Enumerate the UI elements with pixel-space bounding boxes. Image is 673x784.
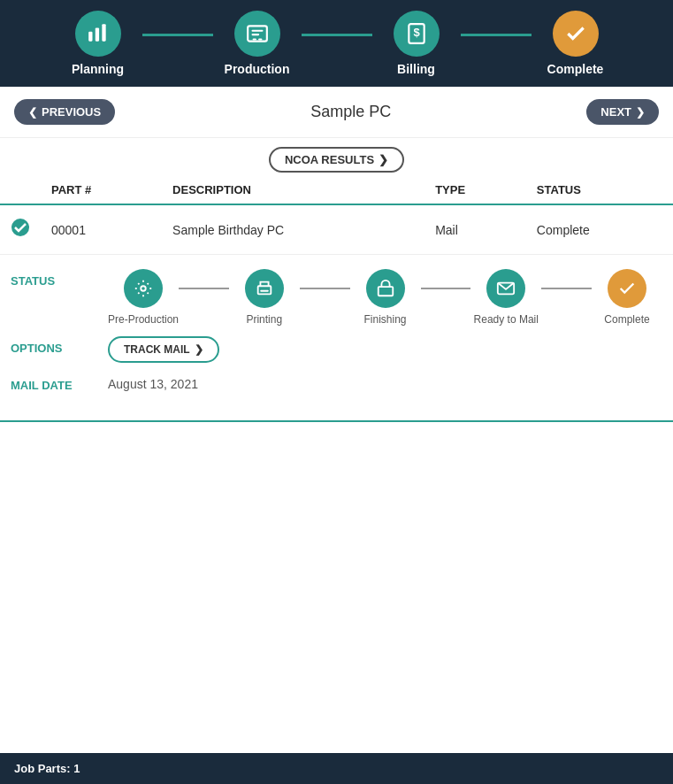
- printing-label: Printing: [246, 313, 282, 326]
- track-mail-button[interactable]: TRACK MAIL ❯: [108, 336, 219, 363]
- row-type: Mail: [424, 204, 526, 255]
- top-nav: Planning Production $ Billing: [0, 0, 673, 87]
- status-line-1: [179, 288, 229, 289]
- svg-rect-2: [102, 24, 105, 41]
- ready-to-mail-icon: [486, 269, 525, 308]
- col-check: [0, 176, 41, 204]
- table-row: 00001 Sample Birthday PC Mail Complete: [0, 204, 673, 255]
- finishing-label: Finishing: [364, 313, 407, 326]
- detail-section: STATUS Pre-Production: [0, 255, 673, 422]
- ncoa-results-button[interactable]: NCOA RESULTS ❯: [269, 147, 404, 173]
- svg-rect-7: [258, 38, 262, 40]
- parts-table: PART # DESCRIPTION TYPE STATUS 00001 Sam: [0, 176, 673, 255]
- track-mail-arrow-icon: ❯: [195, 343, 203, 356]
- ncoa-results-label: NCOA RESULTS: [285, 153, 374, 166]
- nav-line-3: [461, 34, 532, 36]
- next-button[interactable]: NEXT: [586, 99, 659, 125]
- nav-planning-label: Planning: [72, 62, 124, 76]
- page-title: Sample PC: [310, 103, 391, 121]
- row-description: Sample Birthday PC: [162, 204, 424, 255]
- status-step-ready-to-mail: Ready to Mail: [470, 269, 541, 326]
- status-line-4: [541, 288, 592, 289]
- status-row: STATUS Pre-Production: [11, 269, 662, 326]
- status-step-complete: Complete: [592, 269, 662, 326]
- status-line-3: [421, 288, 471, 289]
- svg-rect-0: [88, 32, 92, 42]
- mail-date-label: MAIL DATE: [11, 373, 90, 392]
- pre-production-icon: [124, 269, 163, 308]
- nav-line-1: [142, 34, 213, 36]
- status-line-2: [300, 288, 350, 289]
- mail-date-row: MAIL DATE August 13, 2021: [11, 373, 662, 392]
- row-part: 00001: [41, 204, 162, 255]
- planning-icon: [75, 11, 121, 57]
- nav-step-planning[interactable]: Planning: [54, 11, 142, 76]
- complete-step-icon: [608, 269, 646, 308]
- footer: Job Parts: 1: [0, 753, 673, 784]
- status-steps: Pre-Production Printing: [108, 269, 662, 326]
- complete-icon: [553, 11, 599, 57]
- options-label: OPTIONS: [11, 336, 90, 355]
- svg-rect-5: [251, 34, 259, 35]
- options-row: OPTIONS TRACK MAIL ❯: [11, 336, 662, 363]
- status-step-printing: Printing: [229, 269, 300, 326]
- nav-step-production[interactable]: Production: [213, 11, 302, 76]
- row-check-icon: [11, 221, 30, 241]
- page-nav: PREVIOUS Sample PC NEXT: [0, 87, 673, 138]
- billing-icon: $: [394, 11, 440, 57]
- nav-billing-label: Billing: [397, 62, 435, 76]
- job-parts-label: Job Parts: 1: [14, 762, 80, 775]
- svg-rect-1: [95, 28, 98, 42]
- svg-point-10: [11, 219, 29, 236]
- svg-rect-4: [251, 30, 263, 32]
- ncoa-btn-wrap: NCOA RESULTS ❯: [0, 138, 673, 176]
- row-check: [0, 204, 41, 255]
- svg-point-11: [141, 286, 146, 291]
- nav-line-2: [302, 34, 372, 36]
- col-status: STATUS: [526, 176, 673, 204]
- svg-rect-12: [257, 286, 271, 294]
- ready-to-mail-label: Ready to Mail: [474, 313, 539, 326]
- row-status: Complete: [526, 204, 673, 255]
- svg-text:$: $: [413, 26, 420, 39]
- printing-icon: [245, 269, 284, 308]
- nav-step-complete[interactable]: Complete: [532, 11, 620, 76]
- nav-production-label: Production: [225, 62, 290, 76]
- svg-rect-6: [252, 38, 256, 40]
- pre-production-label: Pre-Production: [108, 313, 179, 326]
- prev-button[interactable]: PREVIOUS: [14, 99, 115, 125]
- track-mail-label: TRACK MAIL: [124, 343, 190, 356]
- nav-step-billing[interactable]: $ Billing: [372, 11, 461, 76]
- svg-rect-13: [260, 290, 268, 292]
- production-icon: [234, 11, 280, 57]
- status-label: STATUS: [11, 269, 90, 288]
- finishing-icon: [366, 269, 405, 308]
- ncoa-arrow-icon: ❯: [379, 153, 388, 166]
- col-description: DESCRIPTION: [162, 176, 424, 204]
- nav-complete-label: Complete: [547, 62, 604, 76]
- status-step-pre-production: Pre-Production: [108, 269, 179, 326]
- complete-step-label: Complete: [604, 313, 649, 326]
- col-part: PART #: [41, 176, 162, 204]
- main-content: PREVIOUS Sample PC NEXT NCOA RESULTS ❯ P…: [0, 87, 673, 753]
- svg-rect-14: [378, 287, 393, 296]
- mail-date-value: August 13, 2021: [108, 373, 198, 391]
- col-type: TYPE: [424, 176, 526, 204]
- status-step-finishing: Finishing: [350, 269, 421, 326]
